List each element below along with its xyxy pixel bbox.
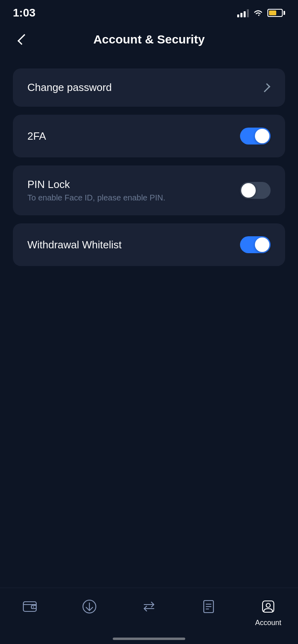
status-time: 1:03: [13, 6, 35, 19]
page-title: Account & Security: [93, 33, 205, 46]
header: Account & Security: [0, 23, 298, 60]
status-bar: 1:03: [0, 0, 298, 23]
svg-rect-0: [23, 602, 36, 611]
withdrawal-whitelist-toggle-thumb: [255, 237, 269, 252]
bottom-navigation: Account: [0, 588, 298, 644]
withdrawal-whitelist-card[interactable]: Withdrawal Whitelist: [13, 223, 285, 266]
change-password-label: Change password: [27, 81, 112, 94]
deposit-icon: [81, 598, 98, 615]
back-button[interactable]: [13, 31, 31, 48]
wallet-icon: [21, 598, 39, 615]
nav-item-deposit[interactable]: [60, 594, 119, 615]
nav-item-orders[interactable]: [179, 594, 238, 615]
two-fa-toggle-thumb: [255, 129, 269, 143]
account-icon: [259, 598, 277, 615]
signal-icon: [237, 8, 249, 17]
orders-icon: [200, 598, 217, 615]
pin-lock-label: PIN Lock: [27, 178, 165, 191]
two-fa-label: 2FA: [27, 130, 46, 142]
settings-list: Change password 2FA PIN Lock To enable F…: [0, 60, 298, 266]
nav-item-transfer[interactable]: [119, 594, 179, 615]
nav-item-wallet[interactable]: [0, 594, 60, 615]
withdrawal-whitelist-label: Withdrawal Whitelist: [27, 239, 122, 251]
battery-icon: [267, 9, 285, 17]
svg-point-11: [266, 603, 270, 607]
chevron-right-icon: [261, 83, 271, 92]
withdrawal-whitelist-toggle[interactable]: [240, 236, 271, 253]
two-fa-toggle[interactable]: [240, 128, 271, 144]
nav-label-account: Account: [255, 619, 281, 627]
pin-lock-card[interactable]: PIN Lock To enable Face ID, please enabl…: [13, 165, 285, 215]
svg-point-2: [33, 607, 34, 608]
pin-lock-sublabel: To enable Face ID, please enable PIN.: [27, 193, 165, 202]
back-chevron-icon: [18, 34, 29, 45]
transfer-icon: [140, 598, 158, 615]
two-fa-card[interactable]: 2FA: [13, 115, 285, 157]
pin-lock-toggle-thumb: [241, 183, 256, 198]
nav-item-account[interactable]: Account: [238, 594, 298, 627]
wifi-icon: [253, 9, 263, 17]
home-indicator: [113, 638, 185, 640]
pin-lock-toggle[interactable]: [240, 182, 271, 199]
change-password-card[interactable]: Change password: [13, 68, 285, 107]
status-icons: [237, 8, 285, 17]
